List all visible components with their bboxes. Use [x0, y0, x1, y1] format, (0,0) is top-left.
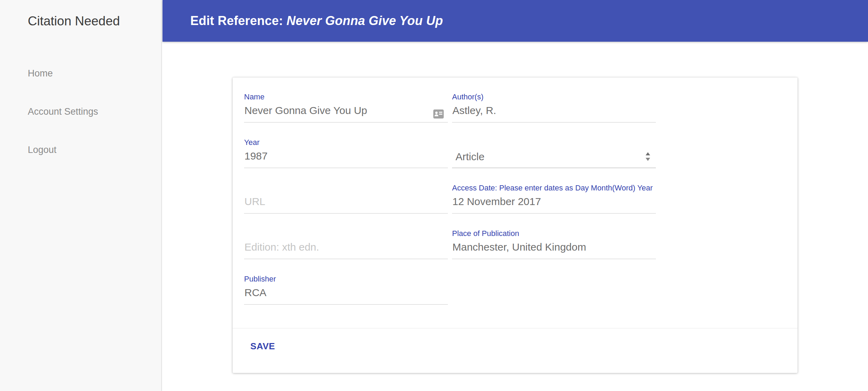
sidebar-nav: Home Account Settings Logout — [0, 68, 161, 182]
year-label: Year — [244, 138, 448, 147]
access-date-input[interactable] — [452, 193, 656, 214]
page-title: Edit Reference: Never Gonna Give You Up — [190, 14, 443, 28]
field-year: Year — [244, 138, 448, 168]
sidebar-item-home[interactable]: Home — [0, 68, 161, 79]
field-name: Name — [244, 92, 448, 123]
reference-form-card: Name Author(s) — [233, 78, 798, 373]
save-button[interactable]: SAVE — [245, 337, 281, 355]
authors-input[interactable] — [452, 101, 656, 123]
access-date-label: Access Date: Please enter dates as Day M… — [452, 183, 656, 193]
reference-form: Name Author(s) — [233, 78, 798, 305]
header-bar: Edit Reference: Never Gonna Give You Up — [162, 0, 868, 42]
name-input[interactable] — [244, 101, 448, 123]
place-of-publication-label: Place of Publication — [452, 229, 656, 238]
sidebar-item-account-settings[interactable]: Account Settings — [0, 106, 161, 117]
field-access-date: Access Date: Please enter dates as Day M… — [452, 183, 656, 214]
field-place-of-publication: Place of Publication — [452, 229, 656, 259]
label-spacer — [244, 183, 448, 193]
field-reference-type: Article — [452, 138, 656, 168]
field-edition — [244, 229, 448, 259]
page-title-reference-name: Never Gonna Give You Up — [286, 14, 443, 28]
name-label: Name — [244, 92, 448, 101]
card-footer: SAVE — [233, 328, 798, 373]
contact-card-autofill-icon[interactable] — [433, 109, 444, 119]
label-spacer — [244, 229, 448, 238]
authors-label: Author(s) — [452, 92, 656, 101]
field-publisher: Publisher — [244, 274, 448, 305]
year-input[interactable] — [244, 147, 448, 168]
reference-type-select[interactable]: Article — [452, 147, 656, 168]
field-authors: Author(s) — [452, 92, 656, 123]
sidebar-item-logout[interactable]: Logout — [0, 144, 161, 155]
page-title-prefix: Edit Reference: — [190, 14, 286, 28]
edition-input[interactable] — [244, 238, 448, 259]
sidebar: Citation Needed Home Account Settings Lo… — [0, 0, 162, 391]
place-of-publication-input[interactable] — [452, 238, 656, 259]
publisher-input[interactable] — [244, 284, 448, 305]
label-spacer — [452, 138, 656, 147]
publisher-label: Publisher — [244, 274, 448, 284]
app-brand-title: Citation Needed — [28, 14, 120, 28]
url-input[interactable] — [244, 193, 448, 214]
field-url — [244, 183, 448, 214]
